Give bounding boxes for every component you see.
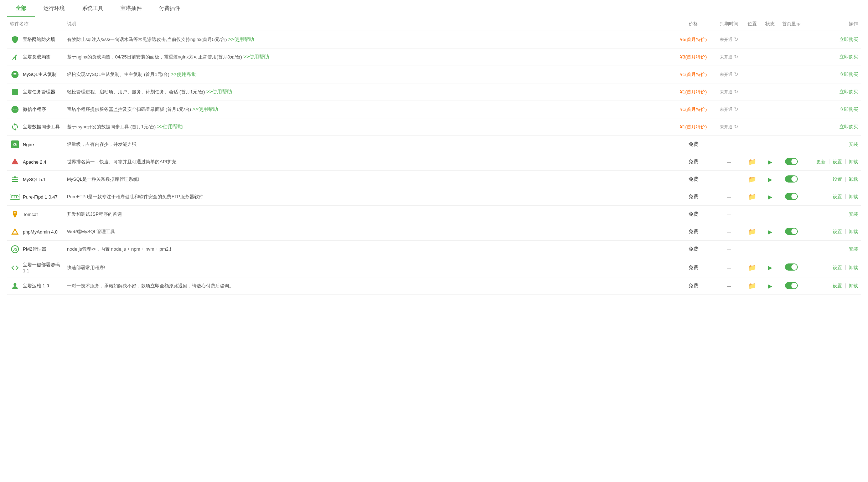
software-desc: 轻松实现MySQL主从复制、主主复制 (首月1元/台): [67, 72, 169, 77]
price-label: ¥3(首月特价): [680, 54, 707, 60]
action-btn-安装[interactable]: 安装: [849, 211, 858, 217]
software-title: MySQL 5.1: [23, 177, 46, 182]
software-title: 宝塔负载均衡: [23, 54, 51, 60]
tab-runtime[interactable]: 运行环境: [35, 0, 73, 17]
action-btn-设置[interactable]: 设置: [833, 176, 842, 182]
expire-label: 未开通: [720, 72, 733, 77]
software-desc: 轻量级，占有内存少，并发能力强: [67, 142, 136, 147]
help-link[interactable]: >>使用帮助: [243, 54, 269, 60]
help-link[interactable]: >>使用帮助: [192, 106, 218, 112]
action-separator: |: [843, 176, 847, 182]
tab-all[interactable]: 全部: [7, 0, 35, 17]
action-separator: |: [843, 265, 847, 270]
software-icon-tomcat: [10, 209, 20, 219]
action-btn-设置[interactable]: 设置: [833, 229, 842, 234]
software-name-phpmyadmin: phpMyAdmin 4.0: [10, 227, 61, 237]
software-title: phpMyAdmin 4.0: [23, 229, 58, 235]
play-icon[interactable]: ▶: [768, 176, 772, 183]
software-icon-nginx: G: [10, 139, 20, 149]
software-name-pm2: JS PM2管理器: [10, 244, 61, 254]
action-btn-安装[interactable]: 安装: [849, 246, 858, 252]
toggle-switch[interactable]: [785, 175, 798, 183]
software-desc: PureFTPd是一款专注于程序健壮和软件安全的免费FTP服务器软件: [67, 194, 203, 199]
tab-system[interactable]: 系统工具: [73, 0, 112, 17]
software-name-mysql-replication: MySQL主从复制: [10, 70, 61, 80]
toggle-switch[interactable]: [785, 228, 798, 235]
software-desc: MySQL是一种关系数据库管理系统!: [67, 176, 139, 182]
software-name-pure-ftpd: FTP Pure-Ftpd 1.0.47: [10, 192, 61, 202]
tab-baota[interactable]: 宝塔插件: [112, 0, 150, 17]
folder-icon[interactable]: 📁: [748, 176, 756, 183]
folder-icon[interactable]: 📁: [748, 264, 756, 271]
action-btn-设置[interactable]: 设置: [833, 283, 842, 288]
software-desc: 轻松管理进程、启动项、用户、服务、计划任务、会话 (首月1元/台): [67, 89, 205, 94]
table-row: Apache 2.4 世界排名第一，快速、可靠并且可通过简单的API扩充免费—📁…: [7, 153, 861, 171]
action-btn-立即购买[interactable]: 立即购买: [839, 107, 858, 112]
action-btn-立即购买[interactable]: 立即购买: [839, 89, 858, 94]
col-header-expire: 到期时间: [715, 17, 743, 31]
action-btn-设置[interactable]: 设置: [833, 159, 842, 164]
price-label: 免费: [688, 159, 698, 164]
software-name-baota-firewall: 宝塔网站防火墙: [10, 35, 61, 45]
action-btn-卸载[interactable]: 卸载: [849, 265, 858, 270]
action-btn-设置[interactable]: 设置: [833, 265, 842, 270]
expire-label: —: [727, 177, 731, 182]
folder-icon[interactable]: 📁: [748, 282, 756, 289]
play-icon[interactable]: ▶: [768, 159, 772, 165]
software-title: 宝塔一键部署源码 1.1: [23, 262, 61, 273]
loading-icon: ↻: [734, 89, 738, 94]
toggle-switch[interactable]: [785, 193, 798, 200]
software-title: 宝塔任务管理器: [23, 89, 55, 95]
action-btn-立即购买[interactable]: 立即购买: [839, 37, 858, 42]
action-btn-卸载[interactable]: 卸载: [849, 194, 858, 199]
expire-label: 未开通: [720, 124, 733, 129]
software-desc: 宝塔小程序提供服务器监控及安全扫码登录面板 (首月1元/台): [67, 107, 191, 112]
action-btn-卸载[interactable]: 卸载: [849, 159, 858, 164]
software-desc: node.js管理器，内置 node.js + npm + nvm + pm2.…: [67, 246, 171, 252]
help-link[interactable]: >>使用帮助: [171, 71, 196, 77]
software-title: Tomcat: [23, 212, 38, 217]
action-btn-卸载[interactable]: 卸载: [849, 283, 858, 288]
price-label: 免费: [688, 265, 698, 270]
action-btn-更新[interactable]: 更新: [816, 159, 826, 164]
play-icon[interactable]: ▶: [768, 194, 772, 200]
software-title: 微信小程序: [23, 106, 46, 113]
table-row: 宝塔负载均衡 基于nginx的负载均衡，04/25日前安装的面板，需重装ngin…: [7, 48, 861, 66]
action-btn-设置[interactable]: 设置: [833, 194, 842, 199]
action-btn-卸载[interactable]: 卸载: [849, 229, 858, 234]
action-btn-立即购买[interactable]: 立即购买: [839, 72, 858, 77]
software-icon-pm2: JS: [10, 244, 20, 254]
expire-label: 未开通: [720, 37, 733, 42]
folder-icon[interactable]: 📁: [748, 228, 756, 235]
tab-paid[interactable]: 付费插件: [150, 0, 189, 17]
action-btn-安装[interactable]: 安装: [849, 142, 858, 147]
help-link[interactable]: >>使用帮助: [228, 36, 254, 42]
price-label: 免费: [688, 246, 698, 252]
software-name-apache: Apache 2.4: [10, 157, 61, 167]
table-row: 宝塔任务管理器 轻松管理进程、启动项、用户、服务、计划任务、会话 (首月1元/台…: [7, 83, 861, 101]
action-btn-立即购买[interactable]: 立即购买: [839, 54, 858, 60]
col-header-homepage: 首页显示: [779, 17, 804, 31]
toggle-switch[interactable]: [785, 282, 798, 289]
folder-icon[interactable]: 📁: [748, 158, 756, 165]
play-icon[interactable]: ▶: [768, 265, 772, 271]
toggle-switch[interactable]: [785, 158, 798, 165]
software-icon-phpmyadmin: [10, 227, 20, 237]
software-icon-ops: [10, 281, 20, 291]
software-icon-shield: [10, 35, 20, 45]
folder-icon[interactable]: 📁: [748, 193, 756, 200]
table-row: 宝塔运维 1.0 一对一技术服务，承诺如解决不好，款项立即全额原路退回，请放心付…: [7, 277, 861, 295]
table-row: 宝塔一键部署源码 1.1 快速部署常用程序!免费—📁▶设置 | 卸载: [7, 258, 861, 277]
price-label: 免费: [688, 283, 698, 288]
play-icon[interactable]: ▶: [768, 283, 772, 289]
col-header-name: 软件名称: [7, 17, 64, 31]
software-icon-apache: [10, 157, 20, 167]
loading-icon: ↻: [734, 54, 738, 60]
play-icon[interactable]: ▶: [768, 229, 772, 235]
toggle-switch[interactable]: [785, 263, 798, 271]
action-btn-立即购买[interactable]: 立即购买: [839, 124, 858, 129]
action-btn-卸载[interactable]: 卸载: [849, 176, 858, 182]
help-link[interactable]: >>使用帮助: [157, 124, 183, 129]
help-link[interactable]: >>使用帮助: [206, 89, 232, 94]
expire-label: 未开通: [720, 55, 733, 60]
